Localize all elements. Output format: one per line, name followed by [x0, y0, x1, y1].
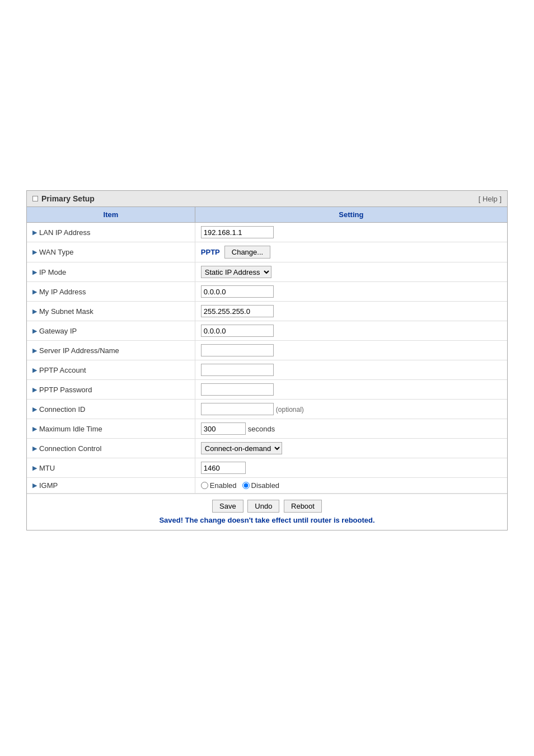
input-pptp-account[interactable]: [201, 364, 274, 376]
save-message: Saved! The change doesn't take effect un…: [32, 516, 502, 524]
row-setting-1: PPTPChange...: [195, 242, 507, 262]
undo-button[interactable]: Undo: [247, 500, 279, 513]
row-label-11: ▶Connection Control: [27, 439, 195, 458]
radio-item-disabled[interactable]: Disabled: [242, 481, 280, 490]
input-gateway-ip[interactable]: [201, 325, 274, 337]
row-label-13: ▶IGMP: [27, 478, 195, 494]
row-setting-12: [195, 458, 507, 478]
radio-label-disabled: Disabled: [251, 481, 280, 490]
panel-title-text: Primary Setup: [41, 194, 95, 203]
save-button[interactable]: Save: [212, 500, 243, 513]
radio-disabled[interactable]: [242, 482, 250, 489]
row-setting-13: EnabledDisabled: [195, 478, 507, 494]
label-text-13: IGMP: [39, 481, 58, 490]
label-text-6: Server IP Address/Name: [39, 346, 119, 355]
row-label-3: ▶My IP Address: [27, 282, 195, 302]
row-label-5: ▶Gateway IP: [27, 321, 195, 341]
arrow-icon-8: ▶: [32, 386, 37, 393]
row-setting-3: [195, 282, 507, 302]
select-ip-mode[interactable]: Static IP AddressDHCP: [201, 266, 271, 278]
row-label-1: ▶WAN Type: [27, 242, 195, 262]
label-text-4: My Subnet Mask: [39, 307, 93, 316]
input-pptp-password[interactable]: [201, 383, 274, 396]
label-text-10: Maximum Idle Time: [39, 425, 102, 433]
panel-title: Primary Setup: [32, 194, 95, 203]
wan-change-button[interactable]: Change...: [224, 246, 270, 259]
select-connection-control[interactable]: Connect-on-demandKeep AliveManual: [201, 442, 282, 454]
input-server-ip-address/name[interactable]: [201, 344, 274, 356]
arrow-icon-10: ▶: [32, 425, 37, 433]
footer-buttons: Save Undo Reboot: [32, 500, 502, 513]
row-setting-4: [195, 302, 507, 321]
input-mtu[interactable]: [201, 462, 246, 474]
input-my-ip-address[interactable]: [201, 285, 274, 298]
arrow-icon-2: ▶: [32, 269, 37, 276]
label-text-0: LAN IP Address: [39, 228, 91, 237]
panel-footer: Save Undo Reboot Saved! The change doesn…: [27, 494, 507, 530]
row-label-0: ▶LAN IP Address: [27, 223, 195, 242]
panel-title-icon: [32, 196, 38, 201]
arrow-icon-1: ▶: [32, 248, 37, 256]
label-text-1: WAN Type: [39, 248, 73, 256]
arrow-icon-0: ▶: [32, 229, 37, 236]
panel-header: Primary Setup [ Help ]: [27, 191, 507, 207]
input-my-subnet-mask[interactable]: [201, 305, 274, 317]
label-text-5: Gateway IP: [39, 327, 77, 335]
page-wrapper: Primary Setup [ Help ] Item Setting ▶LAN…: [0, 0, 534, 756]
wan-type-label: PPTP: [201, 248, 220, 256]
panel-help[interactable]: [ Help ]: [479, 195, 502, 203]
row-label-4: ▶My Subnet Mask: [27, 302, 195, 321]
row-setting-7: [195, 360, 507, 380]
row-label-6: ▶Server IP Address/Name: [27, 341, 195, 360]
primary-setup-panel: Primary Setup [ Help ] Item Setting ▶LAN…: [26, 190, 508, 530]
idle-time-input[interactable]: [201, 422, 246, 435]
igmp-radio-group: EnabledDisabled: [201, 481, 502, 490]
radio-enabled[interactable]: [201, 482, 208, 489]
arrow-icon-9: ▶: [32, 406, 37, 413]
arrow-icon-5: ▶: [32, 327, 37, 335]
label-text-12: MTU: [39, 464, 55, 472]
row-label-2: ▶IP Mode: [27, 262, 195, 282]
reboot-button[interactable]: Reboot: [284, 500, 322, 513]
arrow-icon-13: ▶: [32, 482, 37, 489]
row-label-7: ▶PPTP Account: [27, 360, 195, 380]
connection-id-input[interactable]: [201, 403, 274, 415]
content-area: Primary Setup [ Help ] Item Setting ▶LAN…: [17, 190, 517, 530]
row-setting-2: Static IP AddressDHCP: [195, 262, 507, 282]
col-header-item: Item: [27, 207, 195, 223]
arrow-icon-4: ▶: [32, 308, 37, 315]
radio-item-enabled[interactable]: Enabled: [201, 481, 237, 490]
col-header-setting: Setting: [195, 207, 507, 223]
settings-table: Item Setting ▶LAN IP Address▶WAN TypePPT…: [27, 207, 507, 494]
row-label-10: ▶Maximum Idle Time: [27, 419, 195, 439]
row-label-12: ▶MTU: [27, 458, 195, 478]
row-label-9: ▶Connection ID: [27, 400, 195, 419]
arrow-icon-3: ▶: [32, 288, 37, 295]
arrow-icon-11: ▶: [32, 445, 37, 452]
row-setting-8: [195, 380, 507, 400]
row-setting-0: [195, 223, 507, 242]
input-lan-ip-address[interactable]: [201, 226, 274, 238]
radio-label-enabled: Enabled: [210, 481, 237, 490]
row-setting-5: [195, 321, 507, 341]
label-text-2: IP Mode: [39, 268, 66, 276]
arrow-icon-7: ▶: [32, 367, 37, 374]
arrow-icon-6: ▶: [32, 347, 37, 354]
row-setting-11: Connect-on-demandKeep AliveManual: [195, 439, 507, 458]
label-text-11: Connection Control: [39, 444, 101, 453]
label-text-8: PPTP Password: [39, 386, 92, 394]
row-label-8: ▶PPTP Password: [27, 380, 195, 400]
optional-text: (optional): [276, 406, 304, 414]
label-text-3: My IP Address: [39, 288, 86, 296]
row-setting-10: seconds: [195, 419, 507, 439]
seconds-label: seconds: [248, 425, 275, 433]
wan-type-row: PPTPChange...: [201, 246, 502, 259]
label-text-9: Connection ID: [39, 405, 85, 414]
row-setting-9: (optional): [195, 400, 507, 419]
arrow-icon-12: ▶: [32, 464, 37, 472]
label-text-7: PPTP Account: [39, 366, 86, 374]
row-setting-6: [195, 341, 507, 360]
